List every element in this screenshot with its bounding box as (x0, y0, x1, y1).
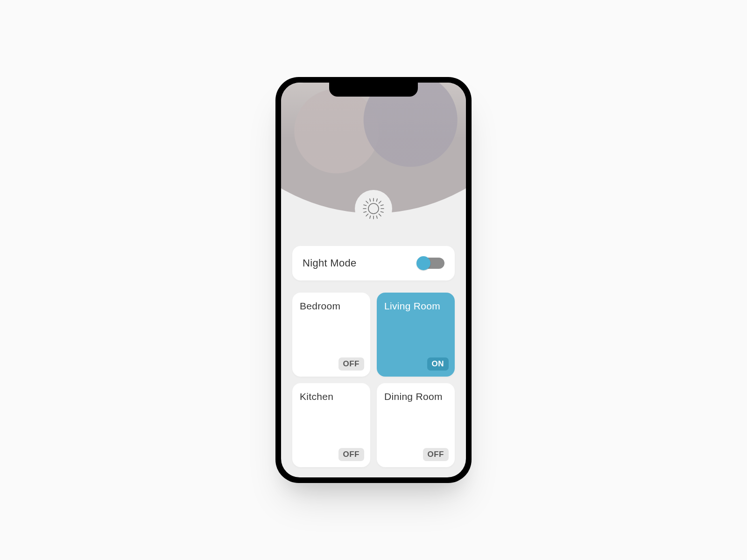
night-mode-toggle[interactable] (418, 258, 444, 269)
svg-line-7 (366, 214, 368, 217)
phone-frame: Night Mode Bedroom OFF Living Room ON (275, 77, 472, 483)
svg-line-6 (379, 214, 381, 217)
svg-line-5 (366, 201, 368, 203)
svg-line-13 (364, 205, 366, 206)
room-state-badge: OFF (423, 448, 449, 461)
svg-line-14 (364, 212, 366, 213)
svg-line-16 (381, 212, 384, 213)
svg-line-12 (377, 216, 378, 219)
night-mode-label: Night Mode (303, 257, 418, 269)
room-state-badge: ON (427, 357, 449, 371)
room-name: Living Room (384, 300, 447, 312)
svg-line-8 (379, 201, 381, 203)
svg-line-15 (381, 205, 384, 206)
room-tile-living-room[interactable]: Living Room ON (377, 293, 455, 377)
phone-notch (329, 83, 418, 97)
content-area: Night Mode Bedroom OFF Living Room ON (292, 246, 455, 467)
room-tile-bedroom[interactable]: Bedroom OFF (292, 293, 370, 377)
toggle-knob (416, 256, 430, 270)
room-tile-dining-room[interactable]: Dining Room OFF (377, 383, 455, 467)
svg-line-9 (370, 199, 371, 202)
phone-screen: Night Mode Bedroom OFF Living Room ON (281, 83, 466, 477)
canvas: Night Mode Bedroom OFF Living Room ON (0, 0, 747, 560)
room-name: Kitchen (300, 391, 363, 403)
sun-icon (355, 190, 392, 227)
room-state-badge: OFF (338, 357, 365, 371)
room-grid: Bedroom OFF Living Room ON Kitchen OFF D… (292, 293, 455, 467)
room-state-badge: OFF (338, 448, 365, 461)
svg-line-10 (377, 199, 378, 202)
svg-line-11 (370, 216, 371, 219)
room-name: Bedroom (300, 300, 363, 312)
svg-point-0 (368, 203, 379, 214)
night-mode-card: Night Mode (292, 246, 455, 280)
room-name: Dining Room (384, 391, 447, 403)
room-tile-kitchen[interactable]: Kitchen OFF (292, 383, 370, 467)
